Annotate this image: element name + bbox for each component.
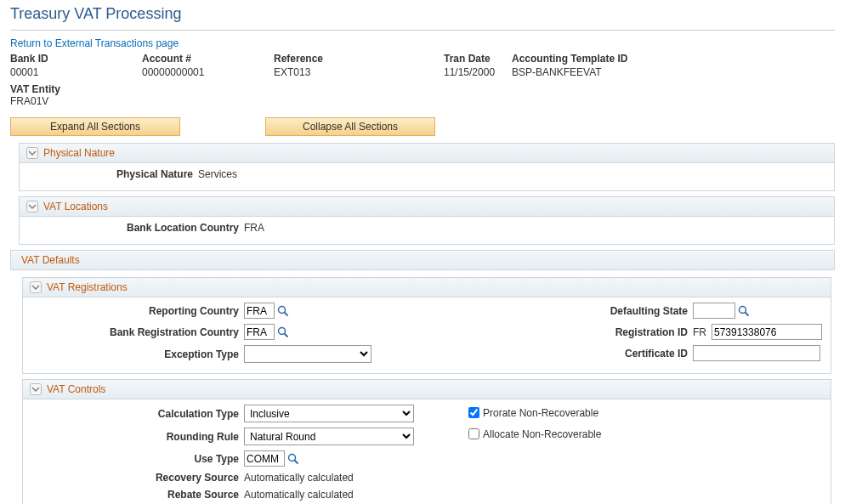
collapse-all-button[interactable]: Collapse All Sections bbox=[265, 117, 435, 136]
tran-date-label: Tran Date bbox=[444, 53, 512, 65]
exception-type-label: Exception Type bbox=[31, 348, 244, 360]
acct-tmpl-value: BSP-BANKFEEVAT bbox=[512, 66, 627, 78]
calc-type-label: Calculation Type bbox=[31, 408, 244, 420]
vat-controls-panel: VAT Controls Calculation Type Inclusive … bbox=[22, 379, 831, 504]
rounding-rule-label: Rounding Rule bbox=[31, 431, 244, 443]
registration-id-input[interactable] bbox=[712, 324, 822, 340]
prorate-label: Prorate Non-Recoverable bbox=[483, 407, 598, 419]
bank-id-label: Bank ID bbox=[10, 53, 142, 65]
bank-reg-country-input[interactable] bbox=[244, 324, 275, 340]
bank-loc-country-label: Bank Location Country bbox=[28, 222, 244, 234]
account-label: Account # bbox=[142, 53, 274, 65]
page-title: Treasury VAT Processing bbox=[10, 5, 835, 26]
certificate-id-label: Certificate ID bbox=[429, 348, 693, 360]
vat-defaults-title: VAT Defaults bbox=[21, 254, 80, 266]
physical-nature-panel: Physical Nature Physical Nature Services bbox=[19, 143, 835, 191]
defaulting-state-label: Defaulting State bbox=[429, 305, 693, 317]
recovery-source-value: Automatically calculated bbox=[244, 472, 354, 484]
expand-all-button[interactable]: Expand All Sections bbox=[10, 117, 180, 136]
bank-loc-country-value: FRA bbox=[244, 222, 264, 234]
physical-nature-field-label: Physical Nature bbox=[28, 168, 198, 180]
use-type-lookup-icon[interactable] bbox=[287, 453, 299, 465]
physical-nature-title: Physical Nature bbox=[43, 147, 115, 159]
calc-type-select[interactable]: Inclusive bbox=[244, 405, 414, 422]
defaulting-state-input[interactable] bbox=[693, 303, 735, 319]
vat-registrations-panel: VAT Registrations Reporting Country Bank… bbox=[22, 277, 831, 374]
divider bbox=[10, 30, 835, 31]
return-link[interactable]: Return to External Transactions page bbox=[10, 37, 179, 49]
vat-registrations-twisty-icon[interactable] bbox=[30, 281, 42, 293]
rebate-source-value: Automatically calculated bbox=[244, 489, 354, 501]
recovery-source-label: Recovery Source bbox=[31, 472, 244, 484]
reference-label: Reference bbox=[274, 53, 444, 65]
use-type-label: Use Type bbox=[31, 453, 244, 465]
account-value: 00000000001 bbox=[142, 66, 274, 78]
reference-value: EXT013 bbox=[274, 66, 444, 78]
physical-nature-field-value: Services bbox=[198, 168, 237, 180]
reporting-country-input[interactable] bbox=[244, 303, 275, 319]
exception-type-select[interactable] bbox=[244, 345, 371, 363]
defaulting-state-lookup-icon[interactable] bbox=[738, 305, 750, 317]
certificate-id-input[interactable] bbox=[693, 345, 820, 361]
bank-reg-country-lookup-icon[interactable] bbox=[277, 326, 289, 338]
bank-reg-country-label: Bank Registration Country bbox=[31, 326, 244, 338]
vat-entity-label: VAT Entity bbox=[10, 83, 835, 95]
vat-locations-panel: VAT Locations Bank Location Country FRA bbox=[19, 196, 835, 245]
vat-controls-twisty-icon[interactable] bbox=[30, 383, 42, 395]
vat-locations-twisty-icon[interactable] bbox=[26, 201, 38, 212]
tran-date-value: 11/15/2000 bbox=[444, 66, 512, 78]
prorate-checkbox[interactable] bbox=[468, 407, 479, 418]
use-type-input[interactable] bbox=[244, 450, 285, 467]
registration-prefix: FR bbox=[693, 326, 706, 338]
rounding-rule-select[interactable]: Natural Round bbox=[244, 428, 414, 445]
reporting-country-label: Reporting Country bbox=[31, 305, 244, 317]
registration-id-label: Registration ID bbox=[429, 326, 693, 338]
allocate-label: Allocate Non-Recoverable bbox=[483, 428, 601, 440]
bank-id-value: 00001 bbox=[10, 66, 142, 78]
physical-nature-twisty-icon[interactable] bbox=[26, 147, 38, 159]
vat-entity-value: FRA01V bbox=[10, 95, 835, 107]
reporting-country-lookup-icon[interactable] bbox=[277, 305, 289, 317]
vat-defaults-panel: VAT Defaults VAT Registrations Reporting… bbox=[10, 250, 835, 504]
vat-locations-title: VAT Locations bbox=[43, 201, 108, 212]
vat-registrations-title: VAT Registrations bbox=[47, 281, 128, 293]
acct-tmpl-label: Accounting Template ID bbox=[512, 53, 627, 65]
vat-controls-title: VAT Controls bbox=[47, 383, 105, 395]
rebate-source-label: Rebate Source bbox=[31, 489, 244, 501]
allocate-checkbox[interactable] bbox=[468, 428, 479, 439]
